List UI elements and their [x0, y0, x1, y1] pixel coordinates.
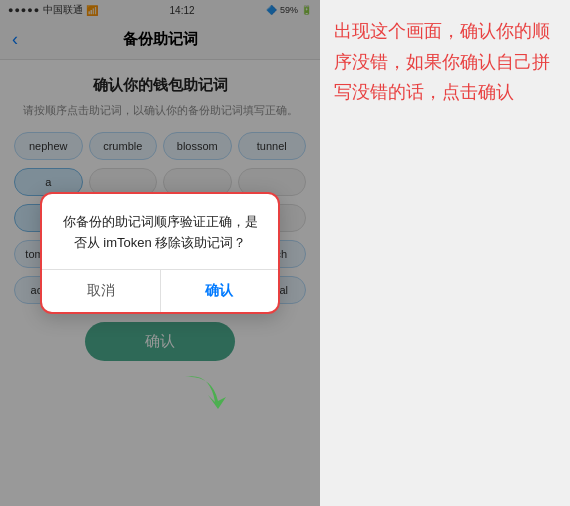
arrow-wrap — [180, 367, 230, 421]
dialog-ok-button[interactable]: 确认 — [161, 270, 279, 312]
annotation-text: 出现这个画面，确认你的顺序没错，如果你确认自己拼写没错的话，点击确认 — [334, 16, 556, 108]
phone-frame: ●●●●● 中国联通 📶 14:12 🔷 59% 🔋 ‹ 备份助记词 确认你的钱… — [0, 0, 320, 506]
dialog-overlay: 你备份的助记词顺序验证正确，是否从 imToken 移除该助记词？ 取消 确认 — [0, 0, 320, 506]
dialog-buttons: 取消 确认 — [42, 269, 278, 312]
dialog-message: 你备份的助记词顺序验证正确，是否从 imToken 移除该助记词？ — [58, 212, 262, 254]
dialog-box: 你备份的助记词顺序验证正确，是否从 imToken 移除该助记词？ 取消 确认 — [40, 192, 280, 315]
annotation-panel: 出现这个画面，确认你的顺序没错，如果你确认自己拼写没错的话，点击确认 — [320, 0, 570, 506]
green-arrow-icon — [180, 367, 230, 417]
dialog-cancel-button[interactable]: 取消 — [42, 270, 161, 312]
